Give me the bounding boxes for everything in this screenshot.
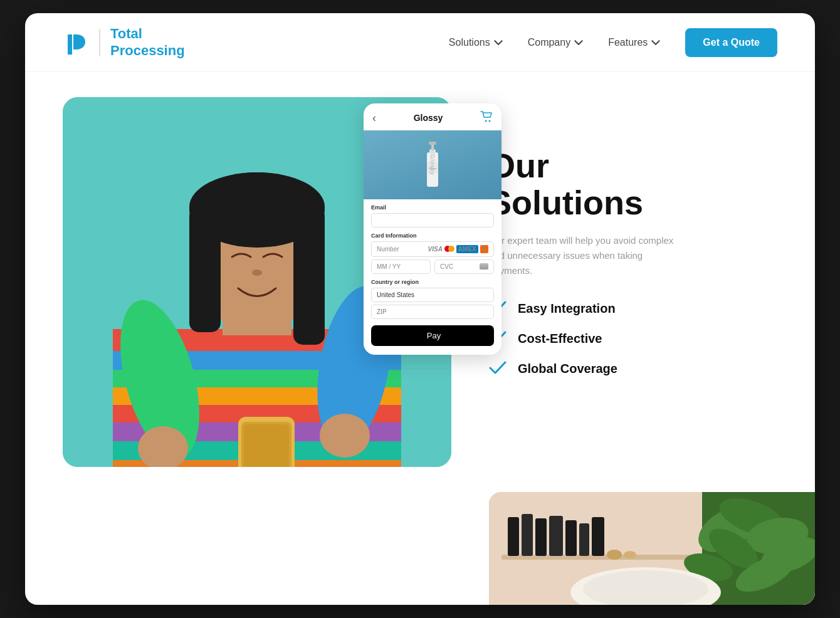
logo-text: Total Processing xyxy=(110,26,185,59)
cvc-input[interactable]: CVC xyxy=(434,259,494,274)
nav: Solutions Company Features Get a Quote xyxy=(449,28,777,57)
bottom-strip xyxy=(25,492,815,605)
bottom-image-svg xyxy=(489,492,815,605)
svg-rect-37 xyxy=(549,516,563,556)
email-group: Email xyxy=(364,204,501,228)
hero-title: Our Solutions xyxy=(489,147,777,222)
svg-rect-35 xyxy=(522,514,533,556)
bottom-product-image xyxy=(489,492,815,605)
nav-features[interactable]: Features xyxy=(608,37,660,48)
hero-right: Our Solutions Our expert team will help … xyxy=(489,97,777,377)
svg-rect-34 xyxy=(508,517,519,556)
svg-point-25 xyxy=(488,120,490,122)
hero-left: ‹ Glossy xyxy=(63,97,464,467)
apple-pay-label: Pay xyxy=(427,331,441,340)
amex-logo: AMEX xyxy=(456,245,478,253)
country-label: Country or region xyxy=(371,279,494,285)
svg-point-42 xyxy=(624,551,636,558)
card-info-label: Card Information xyxy=(371,233,494,239)
svg-point-24 xyxy=(485,120,486,122)
svg-rect-36 xyxy=(535,518,547,556)
card-number-input[interactable]: Number VISA AMEX D xyxy=(371,241,494,257)
svg-rect-39 xyxy=(579,523,589,556)
discover-logo: D xyxy=(480,245,488,253)
feature-easy-integration: Easy Integration xyxy=(489,301,777,317)
country-select[interactable]: United States xyxy=(371,288,494,302)
back-button[interactable]: ‹ xyxy=(372,112,376,125)
svg-rect-38 xyxy=(565,520,577,556)
logo-divider xyxy=(99,29,100,56)
logo-icon xyxy=(63,29,89,56)
nav-solutions[interactable]: Solutions xyxy=(449,37,503,48)
svg-point-41 xyxy=(607,550,622,560)
email-label: Email xyxy=(371,204,494,211)
feature-list: Easy Integration Cost-Effective xyxy=(489,301,777,377)
product-image: Glossy Glossy xyxy=(364,130,501,199)
svg-point-15 xyxy=(189,172,325,241)
apple-pay-button[interactable]: Pay xyxy=(371,325,494,346)
card-info-group: Card Information Number VISA AMEX D xyxy=(364,233,501,274)
payment-card-title: Glossy xyxy=(414,113,443,123)
cart-icon[interactable] xyxy=(480,111,493,125)
feature-global-coverage: Global Coverage xyxy=(489,361,777,377)
svg-rect-29 xyxy=(429,142,436,145)
product-label-text: Glossy xyxy=(429,154,436,175)
card-expiry-row: MM / YY CVC xyxy=(371,259,494,274)
hero-subtitle: Our expert team will help you avoid comp… xyxy=(489,233,677,278)
visa-logo: VISA xyxy=(428,246,443,253)
browser-window: Total Processing Solutions Company Featu… xyxy=(25,13,815,605)
get-quote-button[interactable]: Get a Quote xyxy=(685,28,777,57)
header: Total Processing Solutions Company Featu… xyxy=(25,13,815,72)
card-number-placeholder: Number xyxy=(377,246,426,253)
svg-point-16 xyxy=(252,270,262,276)
email-input[interactable] xyxy=(371,213,494,228)
zip-input[interactable] xyxy=(371,305,494,319)
logo: Total Processing xyxy=(63,26,185,59)
svg-rect-23 xyxy=(244,424,289,467)
cvc-icon xyxy=(480,263,488,270)
country-group: Country or region United States xyxy=(364,279,501,319)
payment-card-overlay: ‹ Glossy xyxy=(364,103,501,355)
chevron-down-icon xyxy=(651,38,660,47)
feature-label-3: Global Coverage xyxy=(518,362,617,376)
payment-card-header: ‹ Glossy xyxy=(364,103,501,130)
mastercard-logo xyxy=(444,246,454,252)
svg-point-20 xyxy=(320,414,370,458)
chevron-down-icon xyxy=(574,38,583,47)
check-icon-3 xyxy=(489,361,507,377)
expiry-input[interactable]: MM / YY xyxy=(371,259,431,274)
feature-label-1: Easy Integration xyxy=(518,301,616,316)
feature-label-2: Cost-Effective xyxy=(518,332,602,346)
nav-company[interactable]: Company xyxy=(528,37,583,48)
card-logos: VISA AMEX D xyxy=(428,245,488,253)
svg-rect-40 xyxy=(592,517,604,556)
chevron-down-icon xyxy=(494,38,503,47)
hero-section: ‹ Glossy xyxy=(25,72,815,492)
feature-cost-effective: Cost-Effective xyxy=(489,331,777,347)
